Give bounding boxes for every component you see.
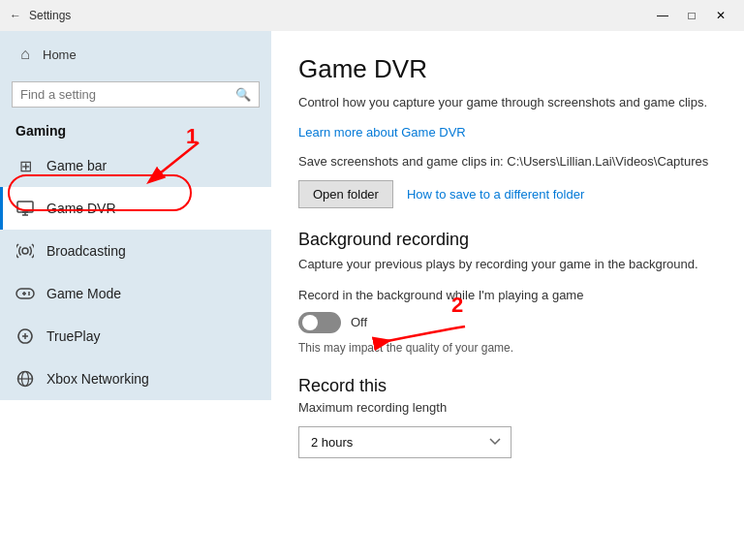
title-bar: ← Settings — □ ✕ xyxy=(0,0,744,31)
svg-rect-0 xyxy=(17,202,33,212)
sidebar-wrapper: ⌂ Home 🔍 Gaming ⊞ Game bar xyxy=(0,31,271,560)
sidebar-item-label: Game bar xyxy=(46,158,107,173)
search-input[interactable] xyxy=(20,87,235,102)
sidebar-item-label: Broadcasting xyxy=(46,243,126,259)
main-content: Game DVR Control how you capture your ga… xyxy=(271,31,744,482)
svg-point-9 xyxy=(28,294,30,296)
sidebar-item-label: Game Mode xyxy=(46,286,121,301)
svg-point-8 xyxy=(28,292,30,294)
sidebar-item-trueplay[interactable]: TruePlay xyxy=(0,315,271,358)
svg-point-4 xyxy=(22,248,28,254)
close-button[interactable]: ✕ xyxy=(707,5,734,26)
save-path: Save screenshots and game clips in: C:\U… xyxy=(298,153,717,171)
bg-record-label: Record in the background while I'm playi… xyxy=(298,288,717,302)
trueplay-icon xyxy=(16,327,35,346)
learn-more-link[interactable]: Learn more about Game DVR xyxy=(298,125,717,140)
toggle-state-label: Off xyxy=(351,315,367,329)
toggle-knob xyxy=(302,315,318,330)
title-bar-left: ← Settings xyxy=(10,9,71,22)
bg-recording-title: Background recording xyxy=(298,230,717,250)
game-dvr-icon xyxy=(16,199,35,218)
bg-recording-desc: Capture your previous plays by recording… xyxy=(298,256,717,273)
maximize-button[interactable]: □ xyxy=(678,5,705,26)
duration-select[interactable]: 30 minutes 1 hour 2 hours 4 hours xyxy=(298,426,512,458)
sidebar-item-game-dvr[interactable]: Game DVR xyxy=(0,187,271,230)
sidebar-item-label: Game DVR xyxy=(46,201,116,216)
game-mode-icon xyxy=(16,284,35,303)
folder-row: Open folder How to save to a different f… xyxy=(298,180,717,208)
sidebar-item-game-bar[interactable]: ⊞ Game bar xyxy=(0,144,271,187)
page-title: Game DVR xyxy=(298,54,717,84)
record-title: Record this xyxy=(298,376,717,396)
search-icon: 🔍 xyxy=(235,87,251,102)
search-box[interactable]: 🔍 xyxy=(12,81,260,108)
page-description: Control how you capture your game throug… xyxy=(298,94,717,111)
home-label: Home xyxy=(43,47,77,62)
open-folder-button[interactable]: Open folder xyxy=(298,180,393,208)
home-icon: ⌂ xyxy=(16,45,35,64)
sidebar: ⌂ Home 🔍 Gaming ⊞ Game bar xyxy=(0,31,271,400)
minimize-button[interactable]: — xyxy=(649,5,676,26)
sidebar-item-label: TruePlay xyxy=(46,328,101,344)
broadcasting-icon xyxy=(16,241,35,261)
toggle-note: This may impact the quality of your game… xyxy=(298,341,717,355)
game-bar-icon: ⊞ xyxy=(16,156,35,175)
duration-dropdown-row: 30 minutes 1 hour 2 hours 4 hours xyxy=(298,426,717,458)
back-icon[interactable]: ← xyxy=(10,9,21,22)
toggle-row: Off xyxy=(298,312,717,333)
app-body: ⌂ Home 🔍 Gaming ⊞ Game bar xyxy=(0,31,744,560)
sidebar-section-label: Gaming xyxy=(0,115,271,144)
sidebar-item-xbox-networking[interactable]: Xbox Networking xyxy=(0,358,271,400)
sidebar-item-broadcasting[interactable]: Broadcasting xyxy=(0,230,271,272)
sidebar-item-label: Xbox Networking xyxy=(46,371,149,387)
title-bar-controls: — □ ✕ xyxy=(649,5,734,26)
home-nav-item[interactable]: ⌂ Home xyxy=(0,31,271,78)
different-folder-link[interactable]: How to save to a different folder xyxy=(407,187,584,202)
sidebar-item-game-mode[interactable]: Game Mode xyxy=(0,272,271,315)
settings-title: Settings xyxy=(29,9,71,22)
main-wrapper: Game DVR Control how you capture your ga… xyxy=(271,31,744,560)
xbox-networking-icon xyxy=(16,369,35,389)
record-subtitle: Maximum recording length xyxy=(298,400,717,415)
background-recording-toggle[interactable] xyxy=(298,312,341,333)
